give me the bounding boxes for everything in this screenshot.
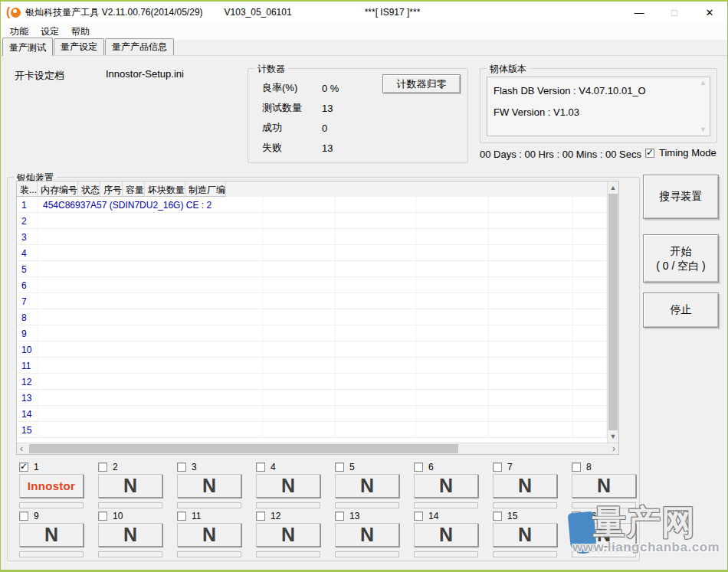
maximize-button[interactable]: □ <box>657 2 692 23</box>
checkbox-icon[interactable] <box>98 463 107 472</box>
checkbox-icon[interactable] <box>493 463 502 472</box>
port-number: 5 <box>349 462 355 472</box>
column-header[interactable]: 内存编号 <box>38 181 78 197</box>
port-checkbox[interactable]: 10 <box>98 511 123 521</box>
checkbox-icon[interactable] <box>414 512 423 521</box>
stop-button[interactable]: 停止 <box>643 293 719 328</box>
port-number: 16 <box>586 511 596 521</box>
capacity-cell <box>416 406 489 421</box>
timing-mode-checkbox[interactable]: Timing Mode <box>645 147 717 159</box>
port-checkbox[interactable]: 2 <box>98 462 118 472</box>
port-checkbox[interactable]: 13 <box>335 511 359 521</box>
scroll-left-icon[interactable]: ‹ <box>20 444 23 454</box>
port-checkbox[interactable]: 11 <box>177 511 201 521</box>
menu-bar: 功能 设定 帮助 <box>1 23 727 40</box>
port-progress-bar <box>98 551 162 557</box>
column-header[interactable]: 容量 <box>123 181 145 197</box>
table-row[interactable]: 4 <box>17 245 607 261</box>
port-number: 6 <box>428 462 434 472</box>
serial-cell <box>336 390 416 405</box>
minimize-button[interactable]: — <box>621 2 657 23</box>
port-checkbox[interactable]: 16 <box>572 511 596 521</box>
scroll-up-icon[interactable]: ▲ <box>608 184 618 191</box>
scrollbar-thumb[interactable] <box>608 194 618 430</box>
timing-mode-label: Timing Mode <box>659 147 717 159</box>
table-row[interactable]: 14 <box>17 406 607 422</box>
horizontal-scrollbar[interactable]: ‹ › <box>17 443 618 454</box>
column-header[interactable]: 装... <box>17 181 38 197</box>
table-row[interactable]: 2 <box>17 213 607 229</box>
firmware-scrollbar[interactable]: ▲ ▼ <box>697 78 709 135</box>
menu-item[interactable]: 帮助 <box>65 24 96 40</box>
start-button[interactable]: 开始 ( 0 / 空白 ) <box>643 234 719 283</box>
checkbox-icon[interactable] <box>177 512 186 521</box>
stop-label: 停止 <box>671 303 692 317</box>
table-row[interactable]: 13 <box>17 390 607 406</box>
table-row[interactable]: 8 <box>17 309 607 325</box>
column-header[interactable]: 状态 <box>78 181 100 197</box>
search-device-button[interactable]: 搜寻装置 <box>643 175 719 219</box>
tab[interactable]: 量产测试 <box>2 38 53 56</box>
port-checkbox[interactable]: 14 <box>414 511 438 521</box>
column-header[interactable]: 坏块数量 <box>145 181 185 197</box>
checkbox-icon[interactable] <box>256 463 265 472</box>
port-checkbox[interactable]: 5 <box>335 462 355 472</box>
port-checkbox[interactable]: 15 <box>493 511 517 521</box>
table-row[interactable]: 10 <box>17 342 607 358</box>
checkbox-icon[interactable] <box>98 512 107 521</box>
checkbox-icon[interactable] <box>19 463 28 472</box>
checkbox-icon[interactable] <box>335 512 344 521</box>
scroll-down-icon[interactable]: ▼ <box>700 126 707 133</box>
port-checkbox[interactable]: 1 <box>19 462 39 472</box>
checkbox-icon[interactable] <box>19 512 28 521</box>
checkbox-icon[interactable] <box>335 463 344 472</box>
port-checkbox[interactable]: 7 <box>493 462 513 472</box>
serial-cell <box>336 293 416 309</box>
checkbox-icon[interactable] <box>572 463 581 472</box>
checkbox-icon[interactable] <box>493 512 502 521</box>
status-cell <box>263 277 336 293</box>
table-row[interactable]: 3 <box>17 229 607 245</box>
column-header[interactable]: 制造厂编 <box>185 181 226 197</box>
serial-cell <box>336 374 416 389</box>
port-checkbox[interactable]: 3 <box>177 462 197 472</box>
column-header[interactable]: 序号 <box>100 181 123 197</box>
port-checkbox[interactable]: 12 <box>256 511 280 521</box>
port-progress-bar <box>256 551 320 557</box>
checkbox-icon[interactable] <box>572 512 581 521</box>
port-checkbox[interactable]: 9 <box>19 511 39 521</box>
tab[interactable]: 量产设定 <box>54 38 104 55</box>
serial-cell <box>336 213 416 228</box>
table-row[interactable]: 12 <box>17 374 607 390</box>
scroll-down-icon[interactable]: ▼ <box>608 433 618 440</box>
device-index: 15 <box>17 422 38 437</box>
table-row[interactable]: 11 <box>17 358 607 374</box>
table-row[interactable]: 15 <box>17 422 607 438</box>
port-status-display: N <box>19 523 84 547</box>
table-row[interactable]: 1 454C86937A57 (SDIN7DU2_16G) CE : 2 <box>17 197 607 213</box>
tab[interactable]: 量产产品信息 <box>105 38 174 55</box>
port-checkbox[interactable]: 8 <box>572 462 592 472</box>
close-button[interactable]: ✕ <box>692 2 727 23</box>
vertical-scrollbar[interactable]: ▲ ▼ <box>607 181 618 443</box>
checkbox-icon[interactable] <box>645 149 654 158</box>
capacity-cell <box>416 422 489 437</box>
table-row[interactable]: 9 <box>17 325 607 342</box>
scroll-up-icon[interactable]: ▲ <box>700 80 707 87</box>
table-row[interactable]: 5 <box>17 261 607 277</box>
checkbox-icon[interactable] <box>177 463 186 472</box>
port-number: 9 <box>34 511 39 521</box>
scroll-right-icon[interactable]: › <box>612 444 615 454</box>
port-checkbox[interactable]: 4 <box>256 462 276 472</box>
port-cell: 10 N <box>90 509 169 558</box>
counter-value: 0 <box>322 123 327 134</box>
table-row[interactable]: 7 <box>17 293 607 309</box>
table-row[interactable]: 6 <box>17 277 607 293</box>
counter-reset-button[interactable]: 计数器归零 <box>382 74 461 93</box>
vendor-cell <box>573 422 607 437</box>
port-checkbox[interactable]: 6 <box>414 462 434 472</box>
scrollbar-thumb[interactable] <box>29 444 458 453</box>
checkbox-icon[interactable] <box>256 512 265 521</box>
vendor-cell <box>573 277 607 293</box>
checkbox-icon[interactable] <box>414 463 423 472</box>
